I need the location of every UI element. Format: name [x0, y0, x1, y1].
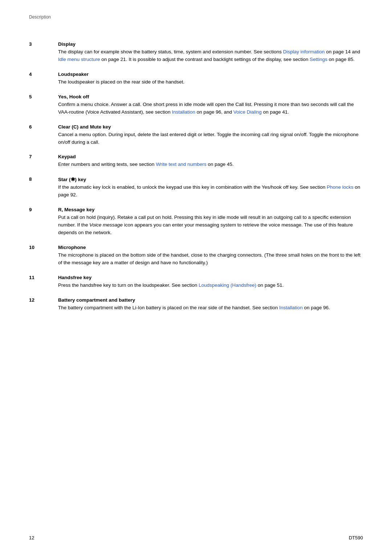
section-3: 3DisplayThe display can for example show… — [29, 41, 363, 64]
body-link[interactable]: Voice Dialing — [233, 109, 262, 115]
section-number: 5 — [29, 94, 58, 99]
section-body: Confirm a menu choice. Answer a call. On… — [58, 101, 363, 116]
body-text: on page 45. — [207, 162, 234, 167]
body-text: on page 21. It is possible to adjust the… — [100, 57, 310, 62]
body-italic: Voice message — [89, 222, 123, 228]
section-body: The display can for example show the bat… — [58, 48, 363, 64]
body-link[interactable]: Idle menu structure — [58, 57, 100, 62]
section-body: Cancel a menu option. During input, dele… — [58, 131, 363, 146]
section-number: 4 — [29, 72, 58, 77]
body-text: Press the handsfree key to turn on the l… — [58, 282, 199, 288]
section-number: 9 — [29, 207, 58, 212]
section-content: MicrophoneThe microphone is placed on th… — [58, 245, 363, 267]
body-text: The microphone is placed on the bottom s… — [58, 252, 360, 265]
section-content: R, Message keyPut a call on hold (inquir… — [58, 207, 363, 237]
section-title: Yes, Hook off — [58, 94, 363, 99]
body-link[interactable]: Display information — [283, 49, 325, 54]
section-title: Clear (C) and Mute key — [58, 124, 363, 130]
body-text: The display can for example show the bat… — [58, 49, 283, 54]
section-body: Enter numbers and writing texts, see sec… — [58, 161, 363, 168]
section-body: Put a call on hold (inquiry). Retake a c… — [58, 214, 363, 237]
body-link[interactable]: Installation — [172, 109, 195, 115]
body-text: on page 96, and — [195, 109, 233, 115]
section-number: 10 — [29, 245, 58, 250]
body-text: on page 14 and — [325, 49, 360, 54]
section-title: Loudspeaker — [58, 72, 363, 77]
section-number: 6 — [29, 124, 58, 130]
footer-product-name: DT590 — [349, 535, 363, 540]
section-number: 7 — [29, 154, 58, 159]
section-number: 3 — [29, 41, 58, 47]
section-number: 11 — [29, 275, 58, 280]
body-text: Cancel a menu option. During input, dele… — [58, 132, 359, 145]
section-title: Battery compartment and battery — [58, 297, 363, 303]
page-top-label: Description — [29, 15, 363, 20]
body-text: on page 51. — [256, 282, 283, 288]
section-number: 8 — [29, 176, 58, 182]
section-title: Keypad — [58, 154, 363, 159]
section-title: Star (✱) key — [58, 176, 363, 182]
body-text: The loudspeaker is placed on the rear si… — [58, 79, 184, 85]
section-body: The microphone is placed on the bottom s… — [58, 252, 363, 267]
body-link[interactable]: Write text and numbers — [156, 162, 206, 167]
section-content: LoudspeakerThe loudspeaker is placed on … — [58, 72, 363, 86]
sections-container: 3DisplayThe display can for example show… — [29, 41, 363, 312]
body-link[interactable]: Installation — [279, 305, 303, 310]
body-text: The battery compartment with the Li-Ion … — [58, 305, 279, 310]
body-text: Enter numbers and writing texts, see sec… — [58, 162, 156, 167]
section-10: 10MicrophoneThe microphone is placed on … — [29, 245, 363, 267]
section-title: Display — [58, 41, 363, 47]
section-6: 6Clear (C) and Mute keyCancel a menu opt… — [29, 124, 363, 146]
body-link[interactable]: Phone locks — [327, 184, 354, 190]
section-content: KeypadEnter numbers and writing texts, s… — [58, 154, 363, 168]
section-4: 4LoudspeakerThe loudspeaker is placed on… — [29, 72, 363, 86]
section-body: The loudspeaker is placed on the rear si… — [58, 78, 363, 86]
section-title: Handsfree key — [58, 275, 363, 280]
section-body: If the automatic key lock is enabled, to… — [58, 184, 363, 199]
section-content: Handsfree keyPress the handsfree key to … — [58, 275, 363, 289]
page: Description 3DisplayThe display can for … — [0, 0, 392, 555]
section-content: Yes, Hook offConfirm a menu choice. Answ… — [58, 94, 363, 116]
section-body: Press the handsfree key to turn on the l… — [58, 282, 363, 289]
body-text: on page 96. — [303, 305, 330, 310]
section-content: DisplayThe display can for example show … — [58, 41, 363, 64]
footer-page-number: 12 — [29, 535, 34, 540]
section-12: 12Battery compartment and batteryThe bat… — [29, 297, 363, 312]
page-footer: 12 DT590 — [29, 535, 363, 540]
section-title: R, Message key — [58, 207, 363, 212]
section-number: 12 — [29, 297, 58, 303]
body-text: If the automatic key lock is enabled, to… — [58, 184, 327, 190]
section-11: 11Handsfree keyPress the handsfree key t… — [29, 275, 363, 289]
body-text: on page 85. — [327, 57, 355, 62]
body-text: on page 41. — [262, 109, 289, 115]
section-7: 7KeypadEnter numbers and writing texts, … — [29, 154, 363, 168]
section-title: Microphone — [58, 245, 363, 250]
section-8: 8Star (✱) keyIf the automatic key lock i… — [29, 176, 363, 199]
section-content: Battery compartment and batteryThe batte… — [58, 297, 363, 312]
section-9: 9R, Message keyPut a call on hold (inqui… — [29, 207, 363, 237]
section-content: Clear (C) and Mute keyCancel a menu opti… — [58, 124, 363, 146]
section-body: The battery compartment with the Li-Ion … — [58, 304, 363, 312]
body-link[interactable]: Loudspeaking (Handsfree) — [199, 282, 256, 288]
section-5: 5Yes, Hook offConfirm a menu choice. Ans… — [29, 94, 363, 116]
body-link[interactable]: Settings — [310, 57, 327, 62]
section-content: Star (✱) keyIf the automatic key lock is… — [58, 176, 363, 199]
